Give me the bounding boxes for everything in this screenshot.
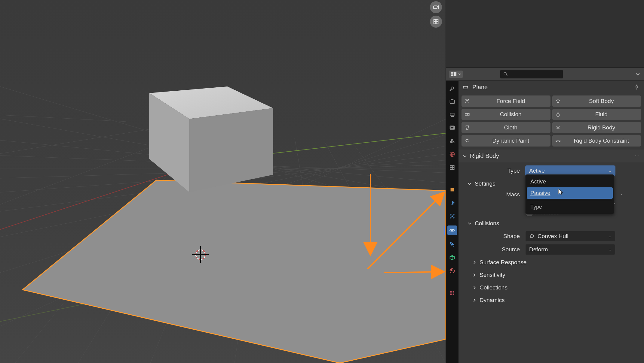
physics-soft-body-button[interactable]: Soft Body [552, 95, 641, 107]
options-menu-button[interactable] [634, 71, 641, 77]
viewport-3d[interactable] [0, 0, 446, 363]
pin-button[interactable] [634, 84, 640, 90]
svg-point-66 [453, 214, 454, 215]
convex-hull-icon [529, 234, 535, 239]
svg-point-72 [452, 244, 453, 245]
svg-rect-43 [436, 20, 438, 21]
tab-output[interactable] [448, 111, 456, 119]
collision-source-select[interactable]: Deform ⌄ [525, 244, 615, 255]
svg-rect-60 [450, 165, 452, 167]
svg-rect-87 [559, 140, 560, 142]
svg-rect-47 [451, 74, 453, 76]
tab-mesh[interactable] [448, 254, 456, 262]
camera-view-button[interactable] [430, 1, 442, 13]
drag-handle-icon[interactable]: :::: [633, 154, 640, 158]
svg-rect-48 [454, 72, 456, 76]
svg-rect-82 [465, 113, 467, 115]
object-name: Plane [472, 84, 488, 91]
properties-header [446, 68, 644, 81]
svg-point-68 [453, 217, 454, 218]
physics-fluid-button[interactable]: Fluid [552, 109, 641, 120]
dynamics-header[interactable]: Dynamics [458, 294, 644, 307]
tab-modifiers[interactable] [448, 199, 456, 207]
chevron-down-icon: ⌄ [609, 169, 612, 173]
editor-type-dropdown[interactable] [449, 71, 463, 78]
type-dropdown-popup: Active Passive Type [525, 174, 614, 214]
force-field-icon [464, 98, 471, 104]
tab-material[interactable] [448, 267, 456, 275]
svg-rect-51 [450, 100, 455, 104]
chevron-down-icon: ⌄ [609, 234, 612, 238]
dynamic-paint-icon [464, 138, 471, 144]
svg-rect-62 [450, 168, 452, 170]
physics-force-field-button[interactable]: Force Field [462, 95, 550, 107]
keyframe-dot[interactable]: • [620, 192, 623, 197]
dropdown-option-passive[interactable]: Passive [527, 187, 613, 199]
chevron-right-icon [472, 261, 477, 264]
rigid-body-header[interactable]: Rigid Body :::: [458, 150, 644, 162]
fluid-icon [555, 112, 561, 117]
svg-point-57 [450, 141, 452, 143]
mass-label: Mass [458, 191, 522, 198]
svg-point-67 [450, 217, 451, 218]
physics-dynamic-paint-button[interactable]: Dynamic Paint [462, 135, 550, 147]
svg-rect-77 [453, 291, 454, 292]
svg-rect-79 [453, 294, 454, 295]
surface-response-header[interactable]: Surface Response [458, 256, 644, 269]
svg-rect-46 [451, 72, 453, 74]
upper-editor-area [446, 0, 644, 68]
soft-body-icon [555, 98, 561, 104]
physics-collision-button[interactable]: Collision [462, 109, 550, 120]
shape-label: Shape [458, 233, 522, 240]
tab-collection[interactable] [448, 164, 456, 171]
mesh-plane-icon [463, 84, 469, 91]
tab-view-layer[interactable] [448, 124, 456, 132]
tab-particles[interactable] [448, 212, 456, 220]
svg-point-49 [504, 72, 507, 75]
tab-render[interactable] [448, 98, 456, 105]
remove-icon [555, 125, 561, 130]
svg-rect-44 [434, 22, 436, 24]
physics-rigid-body-constraint-button[interactable]: Rigid Body Constraint [552, 135, 641, 147]
svg-rect-63 [452, 168, 454, 170]
tab-object[interactable] [448, 186, 456, 194]
search-icon [503, 72, 508, 77]
svg-rect-76 [450, 291, 452, 292]
svg-rect-52 [450, 113, 454, 116]
svg-point-56 [452, 139, 453, 141]
chevron-right-icon [472, 273, 477, 277]
chevron-down-icon [468, 182, 472, 186]
tab-tool[interactable] [448, 84, 456, 92]
tab-scene[interactable] [448, 137, 456, 145]
viewport-scene [0, 0, 446, 363]
collision-icon [464, 112, 471, 117]
perspective-toggle-button[interactable] [430, 16, 442, 28]
tab-constraints[interactable] [448, 240, 456, 248]
tab-physics[interactable] [447, 225, 457, 235]
cloth-icon [464, 125, 471, 130]
mouse-cursor-icon [558, 188, 564, 195]
properties-tab-strip [446, 81, 458, 363]
svg-rect-61 [452, 165, 454, 167]
chevron-down-icon [468, 222, 472, 225]
physics-rigid-body-button[interactable]: Rigid Body [552, 122, 641, 133]
chevron-right-icon [472, 298, 477, 302]
svg-rect-83 [468, 113, 469, 115]
svg-rect-41 [434, 6, 437, 8]
dropdown-heading: Type [527, 201, 613, 213]
type-label: Type [458, 168, 522, 174]
collections-header[interactable]: Collections [458, 281, 644, 294]
tab-texture[interactable] [448, 289, 456, 297]
sensitivity-header[interactable]: Sensitivity [458, 269, 644, 281]
physics-cloth-button[interactable]: Cloth [462, 122, 550, 133]
svg-line-50 [506, 75, 508, 76]
collisions-header[interactable]: Collisions [458, 217, 644, 230]
dropdown-option-active[interactable]: Active [527, 176, 613, 187]
tab-world[interactable] [448, 150, 456, 158]
svg-point-65 [450, 214, 451, 215]
svg-rect-86 [556, 140, 557, 142]
collision-shape-select[interactable]: Convex Hull ⌄ [525, 231, 615, 242]
properties-search[interactable] [500, 70, 563, 79]
svg-point-69 [452, 216, 452, 216]
svg-rect-55 [451, 127, 454, 129]
